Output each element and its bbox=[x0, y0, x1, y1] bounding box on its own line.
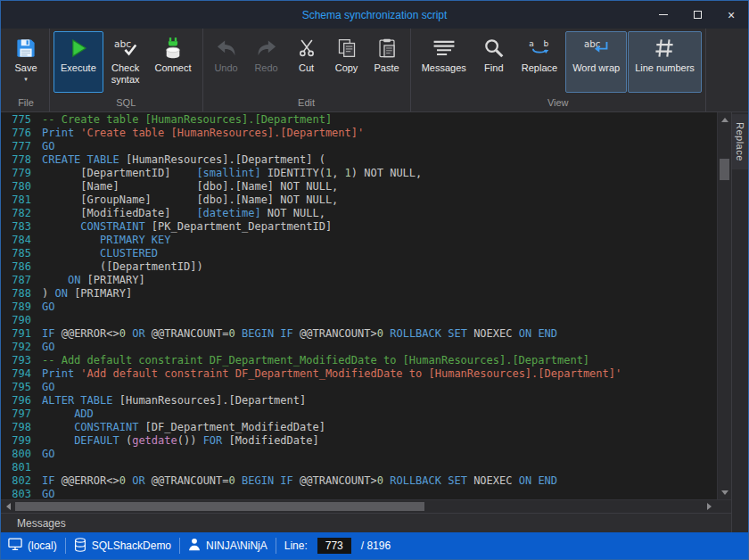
save-button[interactable]: Save▾ bbox=[6, 31, 45, 93]
scroll-down-button[interactable] bbox=[718, 485, 731, 499]
group-label-file: File bbox=[4, 94, 47, 111]
code-line[interactable]: 784 PRIMARY KEY bbox=[1, 234, 717, 247]
scrollbar-corner bbox=[716, 500, 731, 513]
code-text: ALTER TABLE [HumanResources].[Department… bbox=[42, 394, 306, 408]
left-arrow-icon bbox=[6, 503, 11, 510]
horizontal-scroll-thumb[interactable] bbox=[15, 502, 424, 511]
redo-button[interactable]: Redo bbox=[247, 31, 286, 93]
line-number: 795 bbox=[1, 381, 42, 394]
line-numbers-icon bbox=[654, 36, 675, 60]
code-text: CREATE TABLE [HumanResources].[Departmen… bbox=[42, 153, 325, 167]
code-text: Print 'Create table [HumanResources].[De… bbox=[42, 127, 364, 140]
minimize-button[interactable] bbox=[646, 1, 680, 29]
code-line[interactable]: 788) ON [PRIMARY] bbox=[1, 287, 717, 301]
toolbar-group-file: Save▾File bbox=[3, 29, 50, 111]
code-text: -- Create table [HumanResources].[Depart… bbox=[42, 113, 332, 127]
scroll-right-button[interactable] bbox=[702, 500, 716, 513]
server-name: (local) bbox=[28, 539, 57, 552]
sql-editor[interactable]: 775-- Create table [HumanResources].[Dep… bbox=[1, 112, 731, 499]
svg-text:a: a bbox=[529, 39, 534, 48]
code-line[interactable]: 782 [ModifiedDate] [datetime] NOT NULL, bbox=[1, 207, 717, 220]
app-window: Schema synchronization script × Save▾Fil… bbox=[0, 0, 749, 560]
code-line[interactable]: 785 CLUSTERED bbox=[1, 247, 717, 260]
check-syntax-icon: abc bbox=[114, 36, 137, 60]
messages-tab[interactable]: Messages bbox=[1, 517, 78, 530]
database-icon bbox=[74, 538, 86, 555]
code-line[interactable]: 802IF @@ERROR<>0 OR @@TRANCOUNT=0 BEGIN … bbox=[1, 474, 717, 488]
titlebar[interactable]: Schema synchronization script × bbox=[1, 1, 748, 29]
word-wrap-button[interactable]: abcWord wrap bbox=[565, 31, 627, 93]
code-line[interactable]: 779 [DepartmentID] [smallint] IDENTITY(1… bbox=[1, 167, 717, 180]
execute-button[interactable]: Execute bbox=[54, 31, 103, 93]
code-line[interactable]: 799 DEFAULT (getdate()) FOR [ModifiedDat… bbox=[1, 434, 717, 448]
find-icon bbox=[483, 36, 505, 60]
cut-label: Cut bbox=[299, 62, 314, 74]
code-line[interactable]: 800GO bbox=[1, 448, 717, 461]
workspace: 775-- Create table [HumanResources].[Dep… bbox=[1, 112, 748, 532]
undo-button[interactable]: Undo bbox=[207, 31, 246, 93]
code-line[interactable]: 801 bbox=[1, 461, 717, 474]
code-line[interactable]: 777GO bbox=[1, 140, 717, 153]
cut-button[interactable]: Cut bbox=[287, 31, 326, 93]
code-text: CLUSTERED bbox=[42, 247, 158, 260]
code-line[interactable]: 783 CONSTRAINT [PK_Department_Department… bbox=[1, 220, 717, 234]
code-line[interactable]: 776Print 'Create table [HumanResources].… bbox=[1, 127, 717, 140]
scroll-up-button[interactable] bbox=[718, 112, 731, 127]
code-line[interactable]: 798 CONSTRAINT [DF_Department_ModifiedDa… bbox=[1, 421, 717, 434]
scroll-left-button[interactable] bbox=[1, 500, 15, 513]
copy-button[interactable]: Copy bbox=[327, 31, 366, 93]
code-line[interactable]: 775-- Create table [HumanResources].[Dep… bbox=[1, 113, 717, 127]
vertical-scroll-thumb[interactable] bbox=[720, 159, 729, 180]
line-number: 799 bbox=[1, 434, 42, 448]
line-number: 802 bbox=[1, 474, 42, 488]
maximize-button[interactable] bbox=[680, 1, 714, 29]
user-icon bbox=[188, 538, 201, 554]
editor-column: 775-- Create table [HumanResources].[Dep… bbox=[1, 112, 731, 532]
code-line[interactable]: 786 ([DepartmentID]) bbox=[1, 260, 717, 274]
replace-button[interactable]: abReplace bbox=[514, 31, 564, 93]
code-line[interactable]: 778CREATE TABLE [HumanResources].[Depart… bbox=[1, 153, 717, 167]
line-label: Line: bbox=[284, 539, 308, 552]
close-button[interactable]: × bbox=[714, 1, 748, 29]
database-indicator: SQLShackDemo bbox=[74, 538, 171, 555]
replace-label: Replace bbox=[522, 62, 557, 74]
right-arrow-icon bbox=[707, 503, 712, 510]
database-name: SQLShackDemo bbox=[92, 539, 171, 552]
code-line[interactable]: 789GO bbox=[1, 301, 717, 314]
code-line[interactable]: 793-- Add default constraint DF_Departme… bbox=[1, 354, 717, 367]
group-label-view: View bbox=[413, 94, 704, 111]
paste-button[interactable]: Paste bbox=[367, 31, 407, 93]
line-number: 780 bbox=[1, 180, 42, 194]
statusbar: (local) SQLShackDemo NINJA\NiNjA Line: 7… bbox=[1, 532, 748, 559]
messages-button[interactable]: Messages bbox=[415, 31, 473, 93]
server-icon bbox=[8, 538, 22, 554]
up-arrow-icon bbox=[721, 118, 728, 122]
connect-button[interactable]: Connect bbox=[148, 31, 199, 93]
line-indicator: Line: 773 / 8196 bbox=[284, 538, 391, 554]
code-line[interactable]: 792GO bbox=[1, 341, 717, 354]
vertical-scrollbar[interactable] bbox=[717, 112, 731, 499]
line-number: 788 bbox=[1, 287, 42, 301]
replace-side-tab[interactable]: Replace bbox=[732, 114, 748, 169]
code-line[interactable]: 790 bbox=[1, 314, 717, 327]
code-line[interactable]: 797 ADD bbox=[1, 408, 717, 421]
find-button[interactable]: Find bbox=[474, 31, 514, 93]
horizontal-scrollbar[interactable] bbox=[1, 499, 731, 513]
code-line[interactable]: 803GO bbox=[1, 488, 717, 499]
group-label-sql: SQL bbox=[52, 94, 201, 111]
code-line[interactable]: 791IF @@ERROR<>0 OR @@TRANCOUNT=0 BEGIN … bbox=[1, 327, 717, 341]
line-number: 785 bbox=[1, 247, 42, 260]
code-line[interactable]: 794Print 'Add default constraint DF_Depa… bbox=[1, 367, 717, 381]
code-line[interactable]: 781 [GroupName] [dbo].[Name] NOT NULL, bbox=[1, 194, 717, 207]
check-syntax-button[interactable]: abcCheck syntax bbox=[104, 31, 147, 93]
line-number: 793 bbox=[1, 354, 42, 367]
code-line[interactable]: 780 [Name] [dbo].[Name] NOT NULL, bbox=[1, 180, 717, 194]
code-line[interactable]: 795GO bbox=[1, 381, 717, 394]
status-separator bbox=[179, 538, 180, 554]
toolbar-buttons-row: MessagesFindabReplaceabcWord wrapLine nu… bbox=[413, 29, 704, 94]
code-text: ([DepartmentID]) bbox=[42, 260, 203, 274]
code-line[interactable]: 796ALTER TABLE [HumanResources].[Departm… bbox=[1, 394, 717, 408]
line-numbers-button[interactable]: Line numbers bbox=[628, 31, 702, 93]
code-line[interactable]: 787 ON [PRIMARY] bbox=[1, 274, 717, 287]
line-number: 790 bbox=[1, 314, 42, 327]
